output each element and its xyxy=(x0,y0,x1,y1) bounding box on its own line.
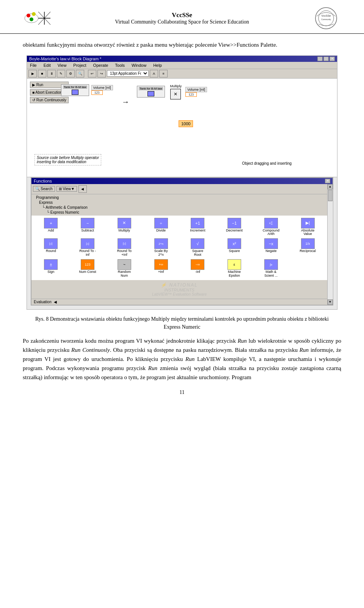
abs-icon: ▶| xyxy=(301,218,315,228)
close-button[interactable]: ✕ xyxy=(329,57,335,61)
palette-multiply[interactable]: ✕ Multiply xyxy=(107,217,143,237)
round-neg-inf-icon: ⌊i⌋ xyxy=(81,238,94,249)
menu-project[interactable]: Project xyxy=(72,63,88,68)
palette-increment[interactable]: +1 Increment xyxy=(180,217,216,237)
multiply-palette-label: Multiply xyxy=(119,229,130,233)
toolbar: ▶ ■ ⏸ ✎ ⚙ 🔍 ↩ ↪ 13pt Application Font A … xyxy=(27,69,337,79)
add-label: Add xyxy=(48,229,54,233)
constant-1000: 1000 xyxy=(179,120,193,127)
palette-sqrt[interactable]: √ Square Root xyxy=(180,238,216,258)
round-neg-inf-label: Round To -Inf xyxy=(78,249,97,257)
palette-subtract[interactable]: − Subtract xyxy=(70,217,106,237)
num-const-icon: 123 xyxy=(81,259,94,270)
run-continuously-button[interactable]: ↺ Run Continuously xyxy=(30,97,69,103)
nav-programming[interactable]: Programming xyxy=(33,195,326,200)
palette-items-grid: + Add − Subtract ✕ Multiply ÷ xyxy=(31,216,327,280)
menu-tools[interactable]: Tools xyxy=(113,63,126,68)
menu-window[interactable]: Window xyxy=(130,63,148,68)
palette-negate[interactable]: −x Negate xyxy=(253,238,289,258)
palette-sign[interactable]: ± Sign xyxy=(33,258,69,279)
multiply-block: ✕ xyxy=(170,89,181,99)
toolbar-run-btn[interactable]: ▶ xyxy=(28,70,37,77)
toolbar-btn-4[interactable]: ✎ xyxy=(57,70,65,77)
orange-number: 1000 xyxy=(179,120,193,127)
nav-express[interactable]: Express xyxy=(33,200,326,205)
reciprocal-icon: 1/x xyxy=(301,238,315,249)
palette-abs[interactable]: ▶| Absolute Value xyxy=(290,217,326,237)
palette-add[interactable]: + Add xyxy=(33,217,69,237)
tank-title-2: Tank for B-M law xyxy=(139,87,163,90)
palette-nav-btn[interactable]: ◀ xyxy=(78,185,87,193)
palette-random[interactable]: ~ Random Num xyxy=(107,258,143,279)
nav-express-numeric[interactable]: └ Express Numeric xyxy=(33,210,326,215)
toolbar-btn-6[interactable]: 🔍 xyxy=(76,70,84,77)
nav-arithmetic[interactable]: └ Arithmetic & Comparison xyxy=(33,205,326,210)
toolbar-align-btn[interactable]: ≡ xyxy=(159,70,168,77)
scroll-up-btn[interactable]: ▲ xyxy=(328,184,333,189)
site-subtitle: Virtual Community Collaborating Space fo… xyxy=(115,19,249,25)
palette-compound[interactable]: ±∑ Compound Arith xyxy=(253,217,289,237)
maximize-button[interactable]: □ xyxy=(323,57,329,61)
palette-controls[interactable]: ✕ xyxy=(325,179,330,183)
window-title: Boyle-Mariotte's law.vi Block Diagram * xyxy=(29,57,101,61)
machine-eps-icon: ε xyxy=(228,259,241,270)
search-button[interactable]: 🔍 Search xyxy=(33,186,55,192)
multiply-label: Multiply xyxy=(170,84,182,88)
minimize-button[interactable]: _ xyxy=(317,57,323,61)
palette-neg-inf[interactable]: −∞ -Inf xyxy=(180,258,216,279)
pos-inf-icon: +∞ xyxy=(154,259,168,270)
square-icon: x² xyxy=(228,238,241,249)
page-number: 11 xyxy=(23,389,341,399)
palette-round-neg-inf[interactable]: ⌊i⌋ Round To -Inf xyxy=(70,238,106,258)
menu-help[interactable]: Help xyxy=(152,63,163,68)
palette-toolbar: 🔍 Search ⊞ View▼ ◀ xyxy=(31,184,327,194)
divide-icon: ÷ xyxy=(154,218,168,228)
ni-labview: LabVIEW™ Evaluation Software xyxy=(34,292,325,296)
palette-num-const[interactable]: 123 Num Const xyxy=(70,258,106,279)
font-selector[interactable]: 13pt Application Font xyxy=(107,70,149,77)
toolbar-btn-7[interactable]: ↩ xyxy=(88,70,96,77)
caption-number: 8 xyxy=(46,316,49,322)
toolbar-btn-5[interactable]: ⚙ xyxy=(66,70,75,77)
palette-reciprocal[interactable]: 1/x Reciprocal xyxy=(290,238,326,258)
math-sci-label: Math & Scient ... xyxy=(262,270,281,278)
annotation-after-text: Object dragging and inserting xyxy=(242,161,292,165)
toolbar-stop-btn[interactable]: ■ xyxy=(38,70,46,77)
machine-eps-label: Machine Epsilon xyxy=(225,270,244,278)
caption-rys: Rys. xyxy=(35,316,45,322)
scroll-thumb[interactable] xyxy=(328,190,333,201)
palette-divide[interactable]: ÷ Divide xyxy=(143,217,179,237)
palette-round[interactable]: ⌊i⌉ Round xyxy=(33,238,69,258)
toolbar-font-btn[interactable]: A xyxy=(150,70,158,77)
palette-scale[interactable]: 2^n Scale By 2^n xyxy=(143,238,179,258)
menu-file[interactable]: File xyxy=(28,63,38,68)
menu-view[interactable]: View xyxy=(56,63,68,68)
search-label: Search xyxy=(41,187,53,191)
toolbar-btn-8[interactable]: ↪ xyxy=(97,70,106,77)
menu-operate[interactable]: Operate xyxy=(92,63,110,68)
menu-edit[interactable]: Edit xyxy=(42,63,52,68)
scroll-down-btn[interactable]: ▼ xyxy=(328,299,333,305)
svg-text:Community: Community xyxy=(321,18,331,20)
palette-math-sci[interactable]: ∫e Math & Scient ... xyxy=(253,258,289,279)
screenshot-container: Boyle-Mariotte's law.vi Block Diagram * … xyxy=(27,55,337,310)
ni-watermark: ⚡ NATIONAL INSTRUMENTS LabVIEW™ Evaluati… xyxy=(31,280,327,299)
view-button[interactable]: ⊞ View▼ xyxy=(56,186,77,192)
annotation-before-text: Source code before Multiply operatorinse… xyxy=(37,156,99,164)
palette-pos-inf[interactable]: +∞ +Inf xyxy=(143,258,179,279)
view-icon: ⊞ xyxy=(59,187,62,191)
num-const-label: Num Const xyxy=(79,270,96,274)
palette-close-btn[interactable]: ✕ xyxy=(325,179,330,183)
toolbar-pause-btn[interactable]: ⏸ xyxy=(47,70,56,77)
palette-main-area: 🔍 Search ⊞ View▼ ◀ Programming Express └… xyxy=(31,184,327,305)
palette-decrement[interactable]: −1 Decrement xyxy=(217,217,253,237)
multiply-icon: ✕ xyxy=(118,218,131,228)
palette-title: Functions xyxy=(34,179,52,183)
palette-machine-eps[interactable]: ε Machine Epsilon xyxy=(217,258,253,279)
window-controls[interactable]: _ □ ✕ xyxy=(317,57,335,61)
palette-round-pos-inf[interactable]: ⌈i⌉ Round To +Inf xyxy=(107,238,143,258)
tank-block-2: Tank for B-M law xyxy=(137,86,165,98)
sign-icon: ± xyxy=(44,259,58,270)
palette-square[interactable]: x² Square xyxy=(217,238,253,258)
neg-inf-label: -Inf xyxy=(195,270,200,274)
